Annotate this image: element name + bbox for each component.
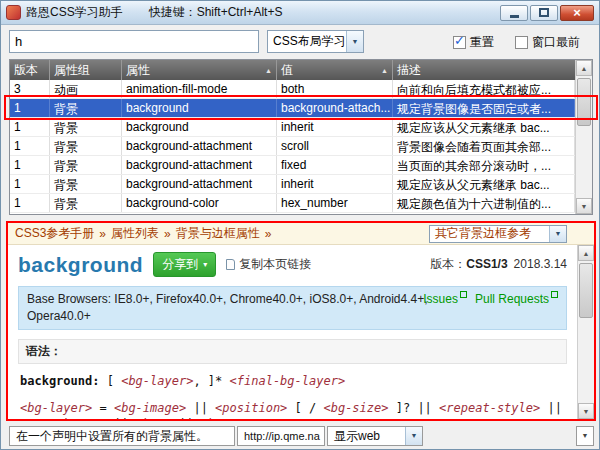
version-value: CSS1/3 (466, 257, 507, 271)
column-header-description[interactable]: 描述 (393, 60, 592, 80)
check-icon: ✓ (454, 33, 465, 48)
search-input[interactable] (9, 30, 259, 53)
chevron-down-icon: ▼ (582, 427, 589, 445)
table-cell: background (122, 118, 277, 136)
column-header-group[interactable]: 属性组 (50, 60, 122, 80)
properties-table: 版本 属性组 属性▲ 值▲ 描述 3动画animation-fill-modeb… (9, 59, 593, 215)
minimize-button[interactable] (500, 5, 528, 21)
app-icon (6, 5, 21, 20)
maximize-icon (539, 8, 549, 17)
table-cell: 3 (10, 80, 50, 98)
table-cell: 规定背景图像是否固定或者... (393, 99, 575, 117)
syntax-line-2: <bg-layer> = <bg-image> || <position> [ … (20, 400, 565, 419)
syntax-line-1: background: [ <bg-layer>, ]* <final-bg-l… (20, 373, 565, 389)
column-header-value[interactable]: 值▲ (277, 60, 393, 80)
table-cell: 规定应该从父元素继承 bac... (393, 118, 575, 136)
table-row[interactable]: 1背景background-attachmentinherit规定应该从父元素继… (10, 175, 575, 194)
breadcrumb-link[interactable]: CSS3参考手册 (15, 225, 94, 242)
chevron-down-icon: ▼ (405, 427, 422, 445)
table-row[interactable]: 1背景background-colorhex_number规定颜色值为十六进制值… (10, 194, 575, 213)
external-link-icon (460, 291, 467, 298)
scroll-down-button[interactable]: ▼ (576, 198, 592, 214)
reference-select[interactable]: 其它背景边框参考 ▼ (429, 225, 567, 243)
column-header-version[interactable]: 版本 (10, 60, 50, 80)
sort-asc-icon: ▲ (378, 67, 388, 74)
mode-select[interactable]: CSS布局学习 ▼ (267, 30, 364, 53)
version-date: 2018.3.14 (514, 257, 567, 271)
table-row[interactable]: 1背景background-attachmentfixed当页面的其余部分滚动时… (10, 156, 575, 175)
table-row[interactable]: 1背景backgroundinherit规定应该从父元素继承 bac... (10, 118, 575, 137)
display-mode-select[interactable]: 显示web ▼ (327, 426, 423, 446)
table-cell: 1 (10, 99, 50, 117)
scroll-up-button[interactable]: ▲ (576, 60, 592, 76)
checkbox-icon (515, 36, 528, 49)
breadcrumb-link[interactable]: 背景与边框属性 (176, 225, 260, 242)
chevron-down-icon: ▼ (346, 31, 363, 52)
version-info: 版本：CSS1/32018.3.14 (430, 256, 567, 273)
syntax-section-label: 语法： (18, 339, 567, 364)
table-cell: background-attach... (277, 99, 393, 117)
table-cell: 背景图像会随着页面其余部... (393, 137, 575, 155)
browser-support-line2: Opera40.0+ (27, 308, 558, 325)
status-dropdown-button[interactable]: ▼ (576, 426, 594, 446)
scroll-up-button[interactable]: ▲ (578, 245, 594, 261)
table-cell: inherit (277, 118, 393, 136)
issues-link[interactable]: Issues (423, 292, 458, 306)
table-cell: background-color (122, 194, 277, 212)
table-cell: 背景 (50, 99, 122, 117)
property-heading-row: background 分享到 ▾ 复制本页链接 版本：CSS1/32018.3.… (18, 252, 567, 277)
syntax-code: background: [ <bg-layer>, ]* <final-bg-l… (18, 364, 567, 419)
table-row[interactable]: 1背景background-attachmentscroll背景图像会随着页面其… (10, 137, 575, 156)
scroll-up-icon: ▲ (581, 65, 588, 72)
display-mode-value: 显示web (328, 427, 380, 445)
table-cell: background-attachment (122, 156, 277, 174)
repo-links: IssuesPull Requests (423, 291, 558, 308)
table-cell: 1 (10, 175, 50, 193)
topmost-checkbox[interactable]: 窗口最前 (515, 34, 580, 51)
pull-requests-link[interactable]: Pull Requests (475, 292, 549, 306)
titlebar: 路恩CSS学习助手 快捷键：Shift+Ctrl+Alt+S × (1, 1, 599, 25)
table-cell: 背景 (50, 156, 122, 174)
document-icon (226, 259, 235, 270)
chevron-down-icon: ▼ (549, 226, 566, 242)
browser-support-box: Base Browsers: IE8.0+, Firefox40.0+, Chr… (18, 286, 567, 330)
table-cell: both (277, 80, 393, 98)
table-cell: background-attachment (122, 175, 277, 193)
scrollbar-thumb[interactable] (579, 263, 593, 318)
table-cell: 背景 (50, 194, 122, 212)
scrollbar-thumb[interactable] (577, 78, 591, 126)
column-header-property[interactable]: 属性▲ (122, 60, 277, 80)
scroll-up-icon: ▲ (583, 250, 590, 257)
reset-checkbox-label: 重置 (470, 34, 494, 51)
toolbar: CSS布局学习 ▼ ✓ 重置 窗口最前 (1, 25, 599, 59)
mode-select-value: CSS布局学习 (273, 33, 346, 50)
breadcrumb-link[interactable]: 属性列表 (111, 225, 159, 242)
scroll-down-icon: ▼ (581, 203, 588, 210)
topmost-checkbox-label: 窗口最前 (532, 34, 580, 51)
close-icon: × (573, 6, 581, 19)
status-url[interactable]: http://ip.qme.na (237, 426, 325, 446)
checkbox-icon: ✓ (453, 36, 466, 49)
table-cell: 1 (10, 118, 50, 136)
table-scrollbar[interactable]: ▲ ▼ (575, 60, 592, 214)
table-cell: 背景 (50, 118, 122, 136)
breadcrumb-separator: » (265, 227, 272, 241)
table-cell: inherit (277, 175, 393, 193)
share-button[interactable]: 分享到 ▾ (153, 252, 216, 277)
table-row[interactable]: 3动画animation-fill-modeboth向前和向后填充模式都被应..… (10, 80, 575, 99)
table-header: 版本 属性组 属性▲ 值▲ 描述 (10, 60, 592, 80)
table-body: 3动画animation-fill-modeboth向前和向后填充模式都被应..… (10, 80, 575, 214)
maximize-button[interactable] (530, 5, 558, 21)
copy-page-link[interactable]: 复制本页链接 (226, 256, 311, 273)
reset-checkbox[interactable]: ✓ 重置 (453, 34, 494, 51)
close-button[interactable]: × (560, 5, 594, 21)
scroll-down-button[interactable]: ▼ (578, 403, 594, 419)
version-label: 版本： (430, 257, 466, 271)
table-cell: 背景 (50, 175, 122, 193)
table-cell: background-attachment (122, 137, 277, 155)
app-window: 路恩CSS学习助手 快捷键：Shift+Ctrl+Alt+S × CSS布局学习… (0, 0, 600, 450)
table-row[interactable]: 1背景backgroundbackground-attach...规定背景图像是… (10, 99, 575, 118)
hotkey-label: 快捷键：Shift+Ctrl+Alt+S (149, 4, 283, 21)
window-title: 路恩CSS学习助手 (26, 4, 123, 21)
detail-scrollbar[interactable]: ▲ ▼ (577, 245, 594, 419)
